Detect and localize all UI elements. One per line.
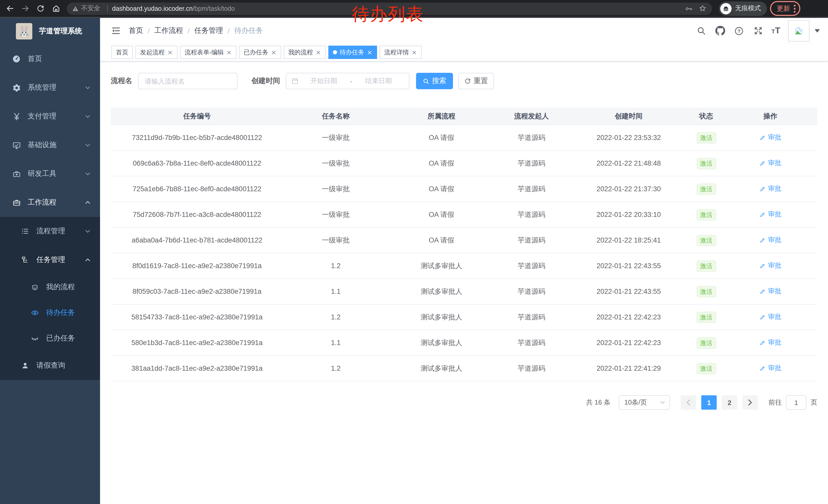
status-cell: 激活 [689, 312, 723, 323]
process-cell: OA 请假 [388, 184, 495, 193]
status-cell: 激活 [689, 183, 723, 194]
svg-text:?: ? [738, 29, 741, 34]
table-row[interactable]: 069c6a63-7b8a-11ec-8ef0-acde48001122 一级审… [111, 151, 817, 176]
table-row[interactable]: 580e1b3d-7ac8-11ec-a9e2-a2380e71991a 1.1… [111, 330, 817, 356]
approve-button[interactable]: 审批 [759, 159, 781, 168]
avatar[interactable] [788, 20, 810, 42]
breadcrumb-home[interactable]: 首页 [129, 26, 143, 35]
start-date-placeholder[interactable]: 开始日期 [299, 77, 349, 86]
font-size-icon[interactable]: TT [772, 26, 780, 36]
sidebar-item-task-mgmt[interactable]: 任务管理 [0, 245, 100, 274]
breadcrumb-task-mgmt[interactable]: 任务管理 [195, 26, 223, 35]
tab-process-form-edit[interactable]: 流程表单-编辑 [180, 46, 237, 59]
security-label[interactable]: 不安全 [81, 4, 100, 13]
status-cell: 激活 [689, 132, 723, 143]
omnibox-divider [107, 5, 108, 12]
app-logo-row[interactable]: 🐰 芋道管理系统 [0, 18, 100, 45]
browser-menu-icon[interactable] [794, 4, 796, 12]
page-size-select[interactable]: 10条/页 [619, 395, 670, 410]
table-row[interactable]: 8f0d1619-7ac8-11ec-a9e2-a2380e71991a 1.2… [111, 253, 817, 279]
tab-home[interactable]: 首页 [111, 46, 133, 59]
forward-icon[interactable] [17, 2, 33, 15]
tree-icon [19, 256, 31, 264]
created-time-cell: 2022-01-21 22:41:29 [569, 365, 689, 372]
action-cell: 审批 [723, 313, 817, 322]
sidebar-item-home[interactable]: 首页 [0, 45, 100, 73]
help-icon[interactable]: ? [734, 25, 745, 36]
page-button-2[interactable]: 2 [722, 395, 737, 410]
tab-done-tasks[interactable]: 已办任务 [239, 46, 281, 59]
close-icon[interactable] [316, 49, 321, 55]
tab-start-process[interactable]: 发起流程 [135, 46, 177, 59]
goto-page-input[interactable] [786, 395, 806, 410]
update-button[interactable]: 更新 [770, 1, 800, 16]
task-id-cell: 725a1eb6-7b88-11ec-8ef0-acde48001122 [111, 185, 283, 193]
password-key-icon[interactable] [685, 4, 693, 12]
approve-button[interactable]: 审批 [759, 364, 781, 373]
table-row[interactable]: a6aba0a4-7b6d-11ec-b781-acde48001122 一级审… [111, 228, 817, 253]
prev-page-button[interactable] [681, 395, 696, 410]
back-icon[interactable] [2, 2, 17, 15]
approve-button[interactable]: 审批 [759, 261, 781, 270]
tab-todo-tasks[interactable]: 待办任务 [328, 46, 377, 59]
fullscreen-icon[interactable] [753, 25, 764, 36]
status-badge: 激活 [696, 363, 716, 374]
close-icon[interactable] [411, 49, 417, 55]
bookmark-star-icon[interactable] [698, 4, 707, 13]
tab-process-detail[interactable]: 流程详情 [380, 46, 422, 59]
starter-cell: 芋道源码 [495, 261, 569, 270]
eye-icon [29, 309, 41, 317]
navbar: 首页 / 工作流程 / 任务管理 / 待办任务 ? TT [100, 18, 828, 44]
end-date-placeholder[interactable]: 结束日期 [353, 77, 404, 86]
table-row[interactable]: 75d72608-7b7f-11ec-a3c8-acde48001122 一级审… [111, 202, 817, 228]
sidebar-item-workflow[interactable]: 工作流程 [0, 188, 100, 217]
github-icon[interactable] [715, 25, 726, 36]
chevron-down-icon [85, 85, 91, 91]
sidebar-item-leave-query[interactable]: 请假查询 [0, 351, 100, 380]
edit-pen-icon [759, 211, 766, 218]
tags-view: 首页 发起流程 流程表单-编辑 已办任务 我的流程 待办任务 流程详情 [100, 44, 828, 61]
action-cell: 审批 [723, 338, 817, 348]
breadcrumb-workflow[interactable]: 工作流程 [155, 26, 183, 35]
sidebar-item-label: 流程管理 [36, 227, 65, 236]
sidebar-item-infra[interactable]: 基础设施 [0, 131, 100, 159]
approve-button[interactable]: 审批 [759, 133, 781, 142]
search-button[interactable]: 搜索 [416, 73, 453, 89]
sidebar-item-my-process[interactable]: 我的流程 [0, 274, 100, 300]
table-row[interactable]: 381aa1dd-7ac8-11ec-a9e2-a2380e71991a 1.2… [111, 356, 817, 381]
close-icon[interactable] [271, 49, 277, 55]
sidebar-item-done-tasks[interactable]: 已办任务 [0, 326, 100, 351]
close-icon[interactable] [367, 49, 372, 55]
sidebar-item-todo-tasks[interactable]: 待办任务 [0, 300, 100, 326]
close-icon[interactable] [226, 49, 232, 55]
tab-my-process[interactable]: 我的流程 [284, 46, 326, 59]
sidebar-item-payment[interactable]: 支付管理 [0, 102, 100, 131]
table-row[interactable]: 8f059c03-7ac8-11ec-a9e2-a2380e71991a 1.1… [111, 279, 817, 305]
approve-button[interactable]: 审批 [759, 210, 781, 219]
approve-button[interactable]: 审批 [759, 313, 781, 322]
table-row[interactable]: 725a1eb6-7b88-11ec-8ef0-acde48001122 一级审… [111, 176, 817, 202]
update-label[interactable]: 更新 [777, 4, 790, 13]
reset-button[interactable]: 重置 [458, 73, 494, 89]
table-row[interactable]: 73211d9d-7b9b-11ec-b5b7-acde48001122 一级审… [111, 125, 817, 151]
date-range-picker[interactable]: 开始日期 - 结束日期 [286, 73, 409, 89]
reload-icon[interactable] [33, 2, 48, 15]
approve-button[interactable]: 审批 [759, 287, 781, 296]
sidebar-fold-icon[interactable] [110, 25, 122, 36]
next-page-button[interactable] [742, 395, 758, 410]
sidebar-item-process-mgmt[interactable]: 流程管理 [0, 217, 100, 245]
sidebar-item-devtools[interactable]: 研发工具 [0, 159, 100, 188]
home-icon[interactable] [48, 2, 64, 15]
search-icon[interactable] [696, 25, 707, 36]
approve-button[interactable]: 审批 [759, 338, 781, 348]
page-button-1[interactable]: 1 [701, 395, 717, 410]
avatar-caret-icon[interactable] [815, 29, 820, 33]
task-id-cell: 73211d9d-7b9b-11ec-b5b7-acde48001122 [111, 134, 283, 141]
sidebar-item-system[interactable]: 系统管理 [0, 73, 100, 102]
approve-button[interactable]: 审批 [759, 184, 781, 193]
approve-button[interactable]: 审批 [759, 236, 781, 245]
process-name-input[interactable] [138, 73, 238, 89]
table-row[interactable]: 58154733-7ac8-11ec-a9e2-a2380e71991a 1.2… [111, 305, 817, 330]
task-id-cell: 75d72608-7b7f-11ec-a3c8-acde48001122 [111, 211, 283, 218]
close-icon[interactable] [167, 49, 173, 55]
